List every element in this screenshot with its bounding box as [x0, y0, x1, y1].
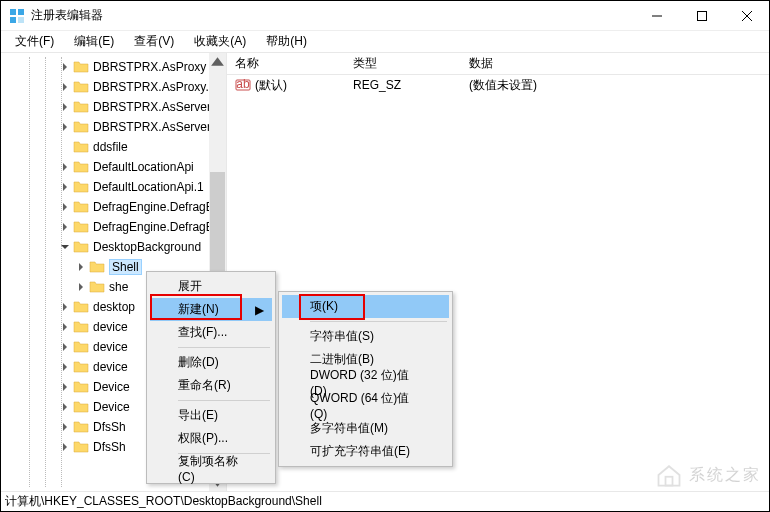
menu-help[interactable]: 帮助(H)	[256, 31, 317, 52]
string-value-icon: ab	[235, 77, 251, 93]
menu-item-label: 导出(E)	[178, 407, 218, 424]
folder-icon	[89, 259, 105, 275]
expand-closed-icon[interactable]	[75, 281, 87, 293]
menu-item[interactable]: 导出(E)	[150, 404, 272, 427]
folder-icon	[89, 279, 105, 295]
col-header-type[interactable]: 类型	[353, 55, 469, 72]
svg-rect-2	[10, 17, 16, 23]
expand-closed-icon[interactable]	[59, 341, 71, 353]
menu-item[interactable]: 展开	[150, 275, 272, 298]
expand-closed-icon[interactable]	[59, 221, 71, 233]
context-menu: 展开新建(N)▶查找(F)...删除(D)重命名(R)导出(E)权限(P)...…	[146, 271, 276, 484]
tree-label: DBRSTPRX.AsProxy.1	[93, 80, 215, 94]
tree-node[interactable]: DesktopBackground	[1, 237, 226, 257]
tree-label: DBRSTPRX.AsServer	[93, 100, 211, 114]
folder-icon	[73, 339, 89, 355]
expand-closed-icon[interactable]	[59, 321, 71, 333]
menu-item[interactable]: QWORD (64 位)值(Q)	[282, 394, 449, 417]
menu-separator	[178, 400, 270, 401]
tree-label: device	[93, 340, 128, 354]
folder-icon	[73, 79, 89, 95]
expand-closed-icon[interactable]	[59, 421, 71, 433]
folder-icon	[73, 359, 89, 375]
menu-view[interactable]: 查看(V)	[124, 31, 184, 52]
status-path: 计算机\HKEY_CLASSES_ROOT\DesktopBackground\…	[5, 493, 322, 510]
menu-edit[interactable]: 编辑(E)	[64, 31, 124, 52]
expand-closed-icon[interactable]	[75, 261, 87, 273]
context-submenu: 项(K)字符串值(S)二进制值(B)DWORD (32 位)值(D)QWORD …	[278, 291, 453, 467]
expand-closed-icon[interactable]	[59, 121, 71, 133]
menu-item[interactable]: 新建(N)▶	[150, 298, 272, 321]
titlebar: 注册表编辑器	[1, 1, 769, 31]
folder-icon	[73, 99, 89, 115]
tree-node[interactable]: DBRSTPRX.AsServer.1	[1, 117, 226, 137]
menu-item[interactable]: 可扩充字符串值(E)	[282, 440, 449, 463]
folder-icon	[73, 179, 89, 195]
menu-item-label: 字符串值(S)	[310, 328, 374, 345]
tree-label: desktop	[93, 300, 135, 314]
expand-closed-icon[interactable]	[59, 301, 71, 313]
menubar: 文件(F) 编辑(E) 查看(V) 收藏夹(A) 帮助(H)	[1, 31, 769, 53]
folder-icon	[73, 419, 89, 435]
folder-icon	[73, 59, 89, 75]
window-title: 注册表编辑器	[31, 7, 634, 24]
tree-node[interactable]: DefaultLocationApi.1	[1, 177, 226, 197]
expand-open-icon[interactable]	[59, 241, 71, 253]
expand-closed-icon[interactable]	[59, 361, 71, 373]
svg-rect-5	[697, 11, 706, 20]
menu-item[interactable]: 项(K)	[282, 295, 449, 318]
maximize-button[interactable]	[679, 1, 724, 31]
tree-label: DBRSTPRX.AsServer.1	[93, 120, 220, 134]
expand-closed-icon[interactable]	[59, 81, 71, 93]
tree-label: DefaultLocationApi.1	[93, 180, 204, 194]
expand-closed-icon[interactable]	[59, 61, 71, 73]
expand-closed-icon[interactable]	[59, 381, 71, 393]
window-buttons	[634, 1, 769, 31]
menu-item[interactable]: 复制项名称(C)	[150, 457, 272, 480]
col-header-data[interactable]: 数据	[469, 55, 769, 72]
svg-rect-3	[18, 17, 24, 23]
folder-icon	[73, 299, 89, 315]
menu-item[interactable]: 权限(P)...	[150, 427, 272, 450]
tree-label: Device	[93, 380, 130, 394]
close-button[interactable]	[724, 1, 769, 31]
expand-closed-icon[interactable]	[59, 161, 71, 173]
folder-icon	[73, 139, 89, 155]
menu-item[interactable]: 删除(D)	[150, 351, 272, 374]
expand-closed-icon[interactable]	[59, 201, 71, 213]
minimize-button[interactable]	[634, 1, 679, 31]
expand-closed-icon[interactable]	[59, 101, 71, 113]
menu-separator	[178, 347, 270, 348]
menu-item[interactable]: 多字符串值(M)	[282, 417, 449, 440]
expand-closed-icon[interactable]	[59, 441, 71, 453]
menu-item-label: 项(K)	[310, 298, 338, 315]
expand-closed-icon[interactable]	[59, 401, 71, 413]
menu-item-label: 二进制值(B)	[310, 351, 374, 368]
list-row[interactable]: ab (默认) REG_SZ (数值未设置)	[227, 75, 769, 95]
tree-label: she	[109, 280, 128, 294]
folder-icon	[73, 439, 89, 455]
tree-node[interactable]: DefragEngine.DefragE	[1, 197, 226, 217]
folder-icon	[73, 199, 89, 215]
tree-node[interactable]: DefragEngine.DefragE	[1, 217, 226, 237]
menu-item[interactable]: 字符串值(S)	[282, 325, 449, 348]
tree-node[interactable]: DefaultLocationApi	[1, 157, 226, 177]
tree-node[interactable]: DBRSTPRX.AsProxy.1	[1, 77, 226, 97]
folder-icon	[73, 379, 89, 395]
menu-item[interactable]: 重命名(R)	[150, 374, 272, 397]
tree-label: DesktopBackground	[93, 240, 201, 254]
tree-node[interactable]: DBRSTPRX.AsServer	[1, 97, 226, 117]
col-header-name[interactable]: 名称	[235, 55, 353, 72]
statusbar: 计算机\HKEY_CLASSES_ROOT\DesktopBackground\…	[1, 491, 769, 511]
scroll-up-icon[interactable]	[209, 53, 226, 70]
expand-closed-icon[interactable]	[59, 181, 71, 193]
expand-none[interactable]	[59, 141, 71, 153]
tree-label: DfsSh	[93, 440, 126, 454]
menu-favorites[interactable]: 收藏夹(A)	[184, 31, 256, 52]
tree-label: DfsSh	[93, 420, 126, 434]
watermark: 系统之家	[655, 461, 761, 489]
tree-node[interactable]: DBRSTPRX.AsProxy	[1, 57, 226, 77]
menu-file[interactable]: 文件(F)	[5, 31, 64, 52]
menu-item[interactable]: 查找(F)...	[150, 321, 272, 344]
tree-node[interactable]: ddsfile	[1, 137, 226, 157]
